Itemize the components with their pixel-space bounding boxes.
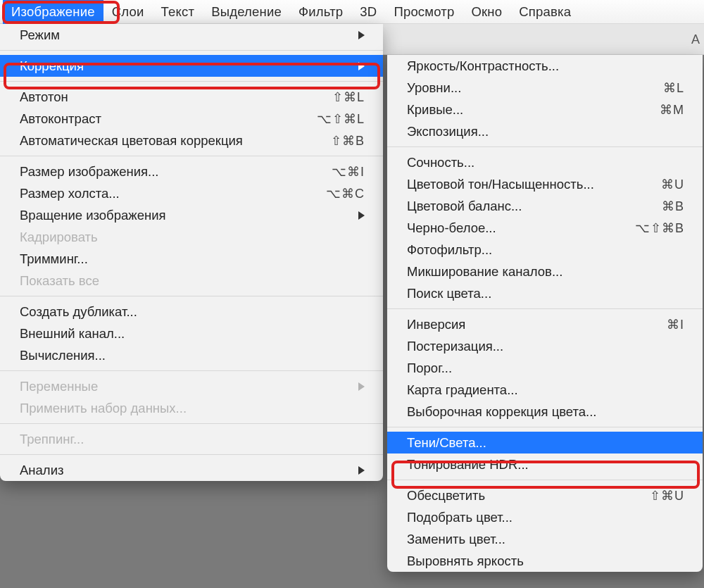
menu-separator [387,308,703,309]
menu-item[interactable]: Коррекция [0,55,383,77]
truncated-label: A [691,32,700,46]
menu-item[interactable]: Постеризация... [387,335,703,357]
menu-item-label: Внешний канал... [20,326,125,342]
menubar-item[interactable]: Фильтр [290,0,351,24]
submenu-arrow-icon [358,382,365,391]
menubar-item[interactable]: Просмотр [385,0,463,24]
menu-item-label: Переменные [20,379,98,394]
menu-item[interactable]: Карта градиента... [387,379,703,401]
menu-item-label: Автоконтраст [20,111,101,127]
menu-item-shortcut: ⌘L [663,80,684,96]
document-tab-bar: A [383,24,704,55]
menu-item-label: Карта градиента... [407,382,518,398]
menu-item[interactable]: Цветовой тон/Насыщенность...⌘U [387,173,703,195]
menu-item-shortcut: ⌘U [661,177,684,192]
menu-item[interactable]: Вращение изображения [0,204,383,226]
menu-item[interactable]: Уровни...⌘L [387,77,703,99]
menubar-item[interactable]: 3D [351,0,385,24]
menu-item[interactable]: Кривые...⌘M [387,99,703,120]
menu-item[interactable]: Автотон⇧⌘L [0,86,383,108]
menubar-item[interactable]: Справка [510,0,579,24]
menu-item: Переменные [0,375,383,397]
menu-item[interactable]: Тени/Света... [387,432,703,453]
menu-item-label: Поиск цвета... [407,286,491,301]
menu-item-shortcut: ⇧⌘L [332,89,365,105]
submenu-arrow-icon [358,62,365,70]
menu-item-label: Заменить цвет... [407,532,505,547]
menu-item[interactable]: Выровнять яркость [387,550,703,572]
menu-item-label: Автотон [20,89,68,105]
menu-item[interactable]: Яркость/Контрастность... [387,55,703,77]
menubar-item[interactable]: Слои [103,0,153,24]
menu-separator [0,423,383,424]
menu-item-label: Режим [20,27,60,43]
menu-item[interactable]: Анализ [0,459,383,481]
menu-item-label: Анализ [20,463,63,478]
menu-item[interactable]: Порог... [387,357,703,379]
image-menu-dropdown: РежимКоррекцияАвтотон⇧⌘LАвтоконтраст⌥⇧⌘L… [0,24,383,481]
menubar-item[interactable]: Изображение [3,0,103,24]
menu-separator [0,370,383,371]
menu-item[interactable]: Фотофильтр... [387,239,703,261]
menu-item[interactable]: Обесцветить⇧⌘U [387,484,703,506]
menu-item-shortcut: ⌘M [660,102,684,118]
menu-item-label: Черно-белое... [407,220,496,236]
menu-item[interactable]: Цветовой баланс...⌘B [387,195,703,217]
menu-separator [0,50,383,51]
menu-item[interactable]: Черно-белое...⌥⇧⌘B [387,217,703,239]
menu-item[interactable]: Вычисления... [0,344,383,366]
menu-item-label: Сочность... [407,155,474,170]
menu-item-label: Размер холста... [20,186,120,201]
menu-separator [0,81,383,82]
menu-item-shortcut: ⌥⇧⌘B [635,220,684,236]
menu-item[interactable]: Автоматическая цветовая коррекция⇧⌘B [0,130,383,151]
menu-item[interactable]: Размер холста...⌥⌘C [0,182,383,204]
menu-item-shortcut: ⌥⌘I [332,164,365,180]
menu-item-label: Цветовой баланс... [407,199,522,214]
menu-item[interactable]: Внешний канал... [0,323,383,344]
menu-item-label: Применить набор данных... [20,401,187,416]
menu-item[interactable]: Заменить цвет... [387,528,703,550]
menu-item-shortcut: ⇧⌘B [331,133,365,149]
menu-item[interactable]: Размер изображения...⌥⌘I [0,161,383,182]
menu-separator [0,156,383,156]
menu-item-shortcut: ⇧⌘U [650,488,684,503]
menu-item[interactable]: Создать дубликат... [0,301,383,323]
menubar-item[interactable]: Окно [463,0,510,24]
menu-item[interactable]: Подобрать цвет... [387,506,703,528]
menu-item-label: Треппинг... [20,432,84,447]
menu-separator [387,480,703,480]
menu-item-label: Тримминг... [20,251,88,267]
menu-item-label: Обесцветить [407,488,485,503]
menu-item[interactable]: Поиск цвета... [387,282,703,304]
menu-item-label: Тени/Света... [407,435,486,451]
menu-item[interactable]: Экспозиция... [387,120,703,142]
menu-item[interactable]: Тонирование HDR... [387,453,703,475]
menu-item-label: Автоматическая цветовая коррекция [20,133,243,149]
menu-item-label: Микширование каналов... [407,264,562,280]
menu-item-label: Показать все [20,273,99,289]
menu-item-shortcut: ⌘B [662,199,684,214]
menu-item-label: Создать дубликат... [20,304,137,320]
menu-item[interactable]: Сочность... [387,151,703,173]
submenu-arrow-icon [358,31,365,39]
menubar-item[interactable]: Текст [153,0,203,24]
menubar-item[interactable]: Выделение [203,0,290,24]
menu-item[interactable]: Микширование каналов... [387,261,703,282]
menu-item-shortcut: ⌘I [667,317,684,332]
menu-item[interactable]: Автоконтраст⌥⇧⌘L [0,108,383,130]
menu-item-label: Инверсия [407,317,465,332]
menu-item[interactable]: Выборочная коррекция цвета... [387,401,703,423]
menu-item[interactable]: Режим [0,24,383,46]
menu-item-label: Кривые... [407,102,463,118]
menu-item[interactable]: Инверсия⌘I [387,313,703,335]
menu-item-label: Вращение изображения [20,208,166,223]
menu-separator [0,296,383,296]
menu-item-label: Коррекция [20,58,84,74]
menu-item-label: Выровнять яркость [407,553,524,569]
menu-item-label: Подобрать цвет... [407,510,513,525]
menu-item: Показать все [0,270,383,292]
menu-item-label: Яркость/Контрастность... [407,58,559,74]
menu-item[interactable]: Тримминг... [0,248,383,270]
menu-item-label: Выборочная коррекция цвета... [407,404,597,420]
